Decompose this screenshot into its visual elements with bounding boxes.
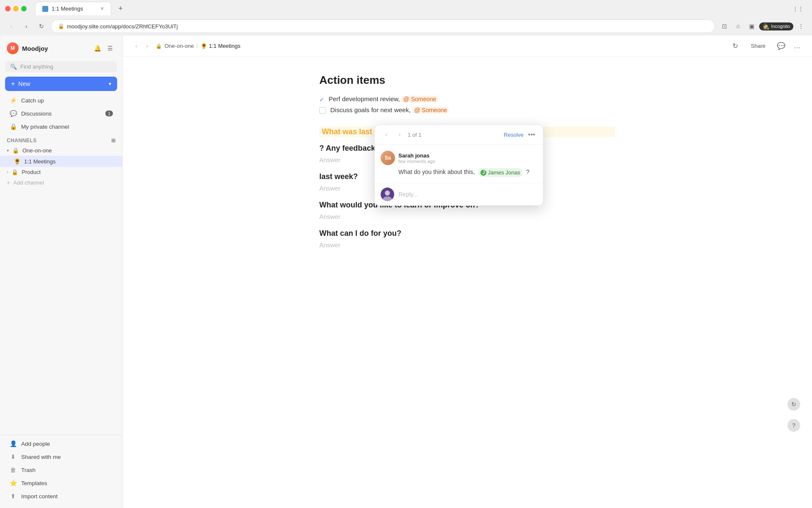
- sidebar-item-shared-with-me[interactable]: ⬇ Shared with me: [3, 450, 120, 463]
- discussions-label: Discussions: [21, 110, 101, 117]
- sidebar-item-add-people[interactable]: 👤 Add people: [3, 437, 120, 450]
- toolbar-actions: ↻ Share 💬 …: [729, 40, 804, 52]
- search-placeholder: Find anything: [20, 64, 53, 70]
- breadcrumb-current[interactable]: 🌻 1:1 Meetings: [200, 43, 240, 49]
- sidebar-collapse-btn[interactable]: ☰: [104, 43, 115, 54]
- tab-close-btn[interactable]: ✕: [100, 6, 104, 11]
- comment-author-name: Sarah jonas: [398, 152, 435, 159]
- sidebar-item-catchup[interactable]: ⚡ Catch up: [3, 94, 120, 107]
- channel-chevron-icon: ▾: [7, 148, 9, 153]
- share-btn[interactable]: Share: [745, 40, 771, 52]
- channel-lock-icon: 🔒: [12, 147, 19, 154]
- comment-more-btn[interactable]: •••: [526, 129, 537, 140]
- floating-help-btn[interactable]: ?: [787, 419, 800, 432]
- add-channel-item[interactable]: + Add channel: [0, 177, 122, 188]
- channels-add-icon[interactable]: ⊞: [111, 138, 116, 144]
- lock-icon: 🔒: [58, 23, 64, 29]
- add-channel-label: Add channel: [14, 179, 115, 186]
- checkbox-done-icon[interactable]: ✓: [319, 96, 324, 103]
- answer-area-4: Answer: [319, 241, 615, 249]
- title-bar: 1:1 Meetings ✕ + ⋮⋮: [0, 0, 812, 17]
- search-bar[interactable]: 🔍 Find anything: [5, 61, 117, 72]
- checkbox-empty-icon[interactable]: [319, 107, 326, 114]
- comment-prev-btn[interactable]: ‹: [381, 129, 392, 140]
- section-title-action-items: Action items: [319, 74, 615, 87]
- catchup-icon: ⚡: [9, 97, 17, 104]
- app-logo: M: [7, 42, 19, 54]
- comment-text: What do you think about this, J James Jo…: [398, 168, 537, 177]
- traffic-lights: [5, 6, 27, 11]
- address-input[interactable]: 🔒 moodjoy.slite.com/app/docs/ZRhfCEFYo3U…: [51, 19, 715, 33]
- refresh-btn[interactable]: ↻: [36, 20, 47, 32]
- reply-input[interactable]: Reply...: [398, 191, 537, 198]
- channel-1on1-meetings[interactable]: 🌻 1:1 Meetings: [0, 156, 122, 167]
- svg-point-0: [385, 190, 390, 196]
- new-btn-label: New: [18, 80, 105, 87]
- url-text: moodjoy.slite.com/app/docs/ZRhfCEFYo3UiT…: [67, 23, 178, 30]
- comment-btn[interactable]: 💬: [775, 40, 787, 52]
- breadcrumb-forward-btn[interactable]: ›: [142, 41, 152, 51]
- sidebar-item-trash[interactable]: 🗑 Trash: [3, 464, 120, 476]
- discussions-icon: 💬: [9, 110, 17, 117]
- channel-product-label: Product: [22, 169, 115, 175]
- comment-author-info: Sarah jonas few moments ago: [398, 152, 435, 164]
- sidebar-nav: ⚡ Catch up 💬 Discussions 1 🔒 My private …: [0, 94, 122, 435]
- action-item-2: Discuss goals for next week, @ Someone: [319, 106, 615, 114]
- sidebar-item-discussions[interactable]: 💬 Discussions 1: [3, 107, 120, 120]
- sidebar-item-import-content[interactable]: ⬆ Import content: [3, 490, 120, 502]
- address-bar: ‹ › ↻ 🔒 moodjoy.slite.com/app/docs/ZRhfC…: [0, 17, 812, 36]
- question-5: What can I do for you?: [319, 229, 615, 238]
- sidebar-header: M Moodjoy 🔔 ☰: [0, 39, 122, 58]
- bookmark-btn[interactable]: ☆: [732, 20, 744, 32]
- incognito-badge: 🕵 Incognito: [759, 22, 793, 30]
- action-item-1-mention[interactable]: @ Someone: [402, 96, 438, 102]
- sidebar-toggle-btn[interactable]: ▣: [746, 20, 757, 32]
- sidebar-item-templates[interactable]: ⭐ Templates: [3, 477, 120, 489]
- channel-product[interactable]: › 🔒 Product: [0, 167, 122, 177]
- reply-avatar: [381, 188, 394, 201]
- new-btn[interactable]: + New ▾: [5, 77, 117, 91]
- browser-tab-active[interactable]: 1:1 Meetings ✕: [35, 2, 111, 15]
- breadcrumb-back-btn[interactable]: ‹: [131, 41, 141, 51]
- discussions-badge: 1: [105, 110, 113, 116]
- comment-popup: ‹ › 1 of 1 Resolve ••• Sa Sarah jonas: [374, 124, 543, 206]
- close-window-btn[interactable]: [5, 6, 11, 11]
- action-item-2-mention[interactable]: @ Someone: [412, 107, 449, 113]
- doc-toolbar: ‹ › 🔒 One-on-one / 🌻 1:1 Meetings ↻ Shar…: [123, 36, 812, 57]
- doc-content: Action items ✓ Perf development review, …: [319, 74, 615, 249]
- floating-refresh-btn[interactable]: ↻: [787, 398, 800, 411]
- new-tab-btn[interactable]: +: [115, 3, 126, 14]
- comment-nav: ‹ › 1 of 1 Resolve •••: [375, 125, 543, 145]
- tab-title: 1:1 Meetings: [52, 6, 83, 12]
- resolve-btn[interactable]: Resolve: [504, 132, 524, 138]
- breadcrumb-emoji: 🌻: [200, 43, 207, 49]
- app-layout: M Moodjoy 🔔 ☰ 🔍 Find anything + New ▾ ⚡ …: [0, 36, 812, 508]
- forward-btn[interactable]: ›: [20, 20, 32, 32]
- app-name: Moodjoy: [22, 45, 88, 52]
- channel-one-on-one-label: One-on-one: [22, 147, 115, 154]
- sidebar-item-private-channel[interactable]: 🔒 My private channel: [3, 120, 120, 133]
- breadcrumb-parent[interactable]: One-on-one: [165, 43, 194, 49]
- comment-next-btn[interactable]: ›: [394, 129, 405, 140]
- share-label: Share: [751, 43, 765, 49]
- product-lock-icon: 🔒: [11, 169, 18, 175]
- 1on1-emoji: 🌻: [14, 158, 21, 165]
- new-btn-plus-icon: +: [11, 80, 15, 88]
- templates-icon: ⭐: [9, 480, 17, 486]
- breadcrumb-lock-icon: 🔒: [156, 43, 162, 49]
- private-channel-label: My private channel: [21, 124, 113, 130]
- minimize-window-btn[interactable]: [13, 6, 19, 11]
- more-options-btn[interactable]: …: [791, 40, 804, 52]
- notifications-btn[interactable]: 🔔: [92, 43, 103, 54]
- channel-one-on-one[interactable]: ▾ 🔒 One-on-one: [0, 145, 122, 156]
- maximize-window-btn[interactable]: [21, 6, 27, 11]
- cast-btn[interactable]: ⊡: [719, 20, 730, 32]
- sync-btn[interactable]: ↻: [729, 40, 741, 52]
- browser-chrome: 1:1 Meetings ✕ + ⋮⋮ ‹ › ↻ 🔒 moodjoy.slit…: [0, 0, 812, 36]
- comment-mention[interactable]: J James Jonas: [478, 168, 523, 177]
- comment-timestamp: few moments ago: [398, 159, 435, 164]
- templates-label: Templates: [21, 480, 113, 486]
- back-btn[interactable]: ‹: [5, 20, 17, 32]
- doc-area[interactable]: Action items ✓ Perf development review, …: [123, 57, 812, 508]
- browser-menu-btn[interactable]: ⋮: [795, 20, 807, 32]
